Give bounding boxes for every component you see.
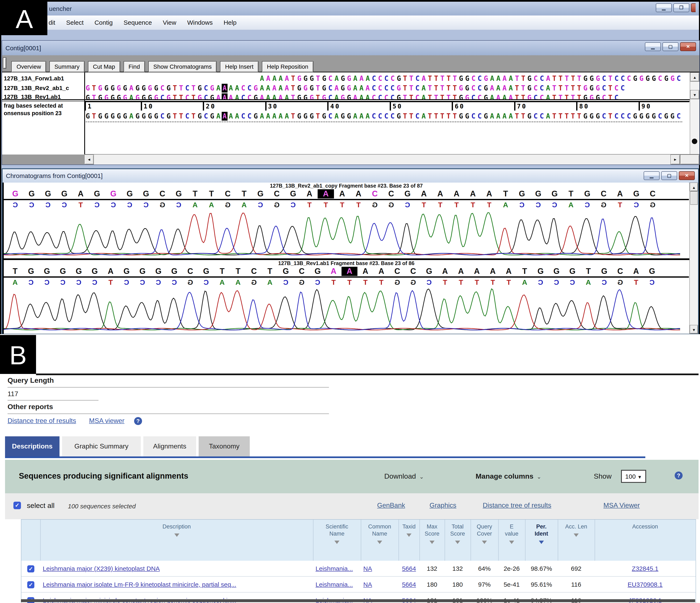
toolbar-button-help-insert[interactable]: Help Insert [220,61,258,73]
menu-item-dit[interactable]: dit [49,16,55,30]
sort-arrow-icon[interactable] [377,541,382,544]
help-icon[interactable]: ? [134,417,142,425]
column-header-description[interactable]: Description [40,520,313,561]
common-name-link[interactable]: NA [363,565,372,572]
column-header-e-value[interactable]: Evalue [498,520,525,561]
column-header-taxid[interactable]: Taxid [399,520,420,561]
horizontal-scrollbar[interactable]: ◄ ► [84,154,699,164]
close-icon[interactable]: ✕ [680,42,696,51]
menu-item-sequence[interactable]: Sequence [124,16,152,30]
sort-arrow-icon[interactable] [574,533,579,537]
msa-viewer-link[interactable]: MSA viewer [89,417,124,424]
menu-item-select[interactable]: Select [66,16,83,30]
tab-taxonomy[interactable]: Taxonomy [199,436,250,456]
download-menu[interactable]: Download⌄ [384,472,424,481]
toolbar-button-help-reposition[interactable]: Help Reposition [262,61,314,73]
minimize-icon[interactable]: ▁ [644,171,659,180]
show-count-select[interactable]: 100▼ [621,470,646,483]
toolbar-button-partial[interactable] [3,57,6,69]
genbank-link[interactable]: GenBank [377,502,405,509]
app-titlebar[interactable]: uencher ▁ ❐ [1,2,699,16]
close-icon[interactable] [691,3,696,12]
called-base: C [645,189,661,199]
maximize-icon[interactable]: ▢ [662,42,678,51]
accession-link[interactable]: EU370908.1 [628,581,663,588]
chromatogram-titlebar[interactable]: Chromatograms from Contig[0001] ▁ ▢ ✕ [2,169,698,183]
original-base-flipped: G [154,201,171,209]
other-reports-label: Other reports [7,403,53,411]
column-header-total-score[interactable]: TotalScore [445,520,471,561]
scroll-up-icon[interactable]: ▲ [690,183,698,191]
menu-item-view[interactable]: View [163,16,176,30]
tab-alignments[interactable]: Alignments [143,436,196,456]
row-checkbox[interactable]: ✓ [27,565,34,572]
scientific-name: Leishmania... [313,561,361,576]
sort-arrow-icon[interactable] [539,541,544,544]
toolbar-button-overview[interactable]: Overview [11,61,46,73]
scroll-down-icon[interactable]: ▼ [690,325,698,334]
original-base-flipped: C [56,201,73,209]
vertical-scrollbar[interactable]: ▲ ▼ [689,183,698,334]
maximize-icon[interactable]: ▢ [661,171,677,180]
column-header-per-ident[interactable]: Per.Ident [525,520,558,561]
scroll-down-icon[interactable]: ▼ [690,90,699,99]
help-icon[interactable]: ? [675,472,683,479]
row-checkbox[interactable]: ✓ [27,581,34,588]
column-header-accession[interactable]: Accession [595,520,696,561]
tab-descriptions[interactable]: Descriptions [5,436,59,456]
minimize-icon[interactable]: ▁ [656,3,672,12]
toolbar-button-find[interactable]: Find [123,61,145,73]
sort-arrow-icon[interactable] [482,541,487,544]
sort-arrow-icon[interactable] [429,541,434,544]
restore-icon[interactable]: ❐ [673,3,689,12]
distance-tree-link[interactable]: Distance tree of results [7,417,76,424]
column-header-max-score[interactable]: MaxScore [420,520,445,561]
accession-link[interactable]: Z32845.1 [632,565,658,572]
column-header-common-name[interactable]: CommonName [361,520,399,561]
toolbar-button-cut-map[interactable]: Cut Map [88,61,120,73]
graphics-link[interactable]: Graphics [429,502,456,509]
ruler-tick [327,102,328,110]
sort-arrow-icon[interactable] [406,533,411,537]
ruler-number: 1 [88,103,93,110]
sort-arrow-icon[interactable] [455,541,460,544]
menu-item-windows[interactable]: Windows [187,16,212,30]
alignment-workarea: 127B_13A_Forw1.ab1127B_13B_Rev2_ab1_c127… [2,73,699,155]
toolbar-button-show-chromatograms[interactable]: Show Chromatograms [148,61,217,73]
chromatogram-panel-1: 127B_13B_Rev2_ab1_copy Fragment base #23… [2,183,689,258]
common-name-link[interactable]: NA [363,581,372,588]
scroll-right-icon[interactable]: ► [671,155,680,164]
manage-columns-menu[interactable]: Manage columns⌄ [476,472,542,481]
scroll-up-icon[interactable]: ▲ [690,73,699,82]
msa-viewer-link[interactable]: MSA Viewer [603,502,640,509]
minimize-icon[interactable]: ▁ [645,42,661,51]
description-link[interactable]: Leishmania major isolate Lm-FR-9 kinetop… [43,581,236,588]
scrollbar-thumb[interactable] [690,191,698,205]
ruler-tick [265,102,266,110]
sort-arrow-icon[interactable] [174,533,179,537]
select-all-checkbox[interactable]: ✓ [14,502,21,509]
per-ident: 98.67% [525,561,558,576]
tab-graphic-summary[interactable]: Graphic Summary [62,436,141,456]
scientific-name-link[interactable]: Leishmania... [316,565,353,572]
scroll-left-icon[interactable]: ◄ [84,155,94,164]
contig-titlebar[interactable]: Contig[0001] ▁ ▢ ✕ [2,41,699,56]
close-icon[interactable]: ✕ [679,171,695,180]
menu-item-help[interactable]: Help [224,16,236,30]
vertical-scrollbar[interactable]: ▲ ▼ [690,73,699,155]
taxid-link[interactable]: 5664 [402,565,416,572]
column-header-scientific-name[interactable]: ScientificName [313,520,361,561]
column-header-acc-len[interactable]: Acc. Len [558,520,595,561]
menu-item-contig[interactable]: Contig [95,16,113,30]
taxid-link[interactable]: 5664 [402,581,416,588]
resize-corner[interactable] [680,155,699,164]
distance-tree-link[interactable]: Distance tree of results [483,502,551,509]
toolbar-button-summary[interactable]: Summary [49,61,85,73]
scientific-name-link[interactable]: Leishmania... [316,581,353,588]
query-length-label: Query Length [7,376,54,385]
sort-arrow-icon[interactable] [334,541,340,544]
description-link[interactable]: Leishmania major (X239) kinetoplast DNA [43,565,160,572]
sort-arrow-icon[interactable] [509,541,514,544]
record-dot-icon[interactable] [692,139,697,144]
column-header-query-cover[interactable]: QueryCover [471,520,498,561]
